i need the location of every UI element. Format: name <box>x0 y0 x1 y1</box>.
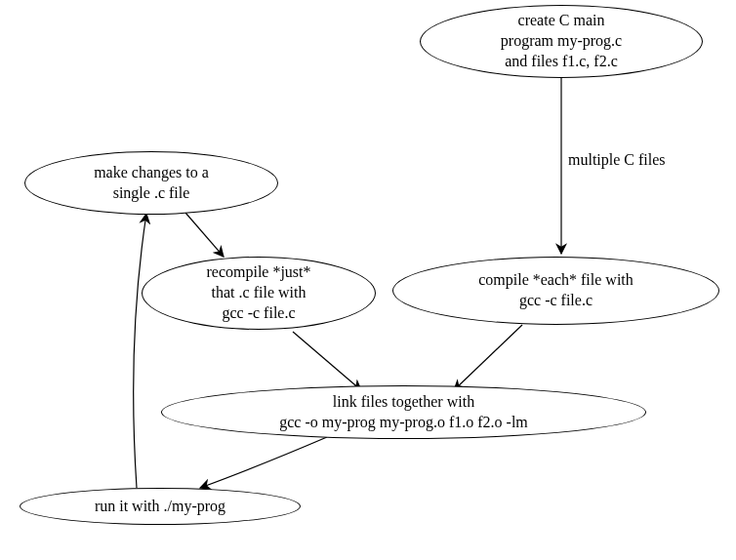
node-make-changes: make changes to a single .c file <box>24 151 278 215</box>
edge-label-multiple-files-text: multiple C files <box>568 151 666 168</box>
node-link: link files together with gcc -o my-prog … <box>161 385 646 439</box>
node-make-changes-label: make changes to a single .c file <box>94 163 209 204</box>
edge-label-multiple-files: multiple C files <box>568 151 666 169</box>
node-create: create C main program my-prog.c and file… <box>420 5 703 78</box>
node-compile-each-label: compile *each* file with gcc -c file.c <box>478 270 634 311</box>
node-compile-each: compile *each* file with gcc -c file.c <box>392 257 719 325</box>
node-link-label: link files together with gcc -o my-prog … <box>279 392 528 433</box>
node-create-label: create C main program my-prog.c and file… <box>501 11 622 71</box>
node-run: run it with ./my-prog <box>20 488 301 525</box>
node-run-label: run it with ./my-prog <box>95 497 225 517</box>
node-recompile-label: recompile *just* that .c file with gcc -… <box>206 262 310 323</box>
node-recompile: recompile *just* that .c file with gcc -… <box>142 257 376 330</box>
